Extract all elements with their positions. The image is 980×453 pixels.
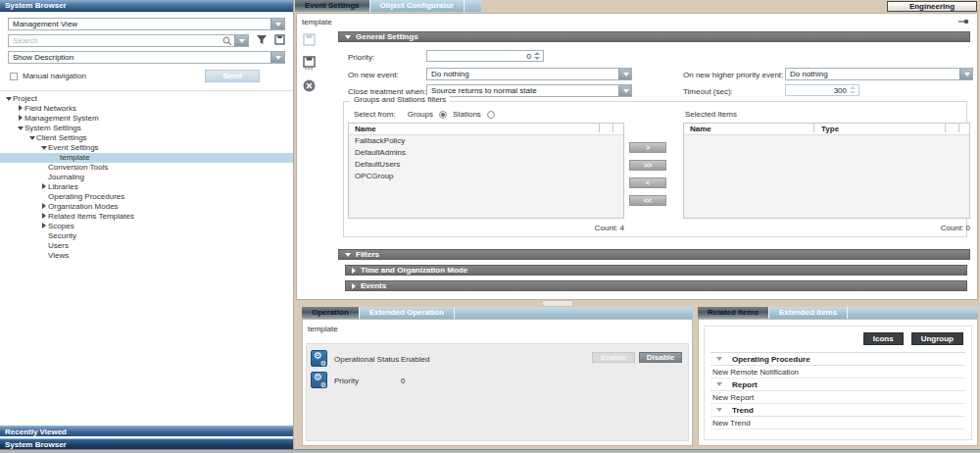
radio-groups[interactable] [439, 111, 447, 119]
column-header-type[interactable]: Type [821, 124, 839, 135]
move-all-right-button[interactable]: >> [629, 160, 666, 171]
selected-items-list[interactable]: Name Type [683, 123, 970, 219]
selected-list-header[interactable]: Name Type [684, 124, 969, 135]
primary-tab-event-settings[interactable]: Event Settings [295, 0, 369, 12]
save-as-icon[interactable] [303, 56, 332, 72]
timeout-input[interactable]: 300 [785, 84, 859, 96]
priority-input[interactable]: 0 [426, 50, 544, 62]
chevron-expanded-icon[interactable] [16, 124, 24, 133]
spinner-icon[interactable] [850, 86, 857, 94]
chevron-collapsed-icon[interactable] [39, 222, 48, 231]
operation-tab-extended-operation[interactable]: Extended Operation [360, 307, 454, 319]
tree-item-related-items-templates[interactable]: Related Items Templates [0, 212, 293, 222]
operation-tab-operation[interactable]: Operation [302, 307, 359, 319]
gears-icon[interactable]: ⚙⚙ [311, 350, 327, 367]
description-dropdown[interactable]: Show Description [8, 51, 285, 64]
on-new-higher-dropdown[interactable]: Do nothing [785, 68, 973, 80]
spinner-icon[interactable] [534, 52, 541, 60]
related-group-trend[interactable]: Trend [710, 404, 965, 417]
related-group-operating-procedure[interactable]: Operating Procedure [710, 353, 965, 366]
related-item-new-remote-notification[interactable]: New Remote Notification [710, 366, 965, 378]
chevron-collapsed-icon[interactable] [39, 212, 48, 222]
chevron-expanded-icon[interactable] [39, 143, 48, 153]
tree-item-operating-procedures[interactable]: Operating Procedures [0, 192, 293, 202]
disable-button[interactable]: Disable [639, 352, 682, 363]
column-separator[interactable] [612, 124, 613, 132]
radio-stations[interactable] [487, 111, 495, 119]
chevron-down-icon[interactable] [959, 69, 972, 79]
chevron-collapsed-icon[interactable] [39, 202, 48, 212]
tree-item-organization-modes[interactable]: Organization Modes [0, 202, 293, 212]
save-icon[interactable] [303, 33, 332, 48]
tree-item-event-settings[interactable]: Event Settings [0, 143, 293, 153]
tree-item-client-settings[interactable]: Client Settings [0, 133, 293, 143]
related-tab-extended-items[interactable]: Extended Items [769, 307, 847, 319]
tree-item-users[interactable]: Users [0, 241, 293, 251]
chevron-collapsed-icon[interactable] [16, 104, 24, 114]
available-groups-list[interactable]: Name FallbackPolicyDefaultAdminsDefaultU… [348, 123, 624, 219]
column-separator[interactable] [945, 124, 946, 132]
primary-tab-object-configurator[interactable]: Object Configurator [370, 0, 465, 12]
chevron-expanded-icon[interactable] [27, 133, 36, 143]
column-header-name[interactable]: Name [690, 124, 711, 135]
search-box[interactable] [8, 34, 249, 47]
ungroup-button[interactable]: Ungroup [911, 332, 963, 345]
related-tab-related-items[interactable]: Related Items [698, 307, 768, 319]
section-header-events[interactable]: Events [345, 280, 967, 291]
manual-navigation-checkbox[interactable] [10, 73, 18, 80]
tree-item-template[interactable]: template [0, 153, 293, 163]
move-right-button[interactable]: > [629, 142, 666, 153]
available-list-header[interactable]: Name [349, 124, 623, 135]
chevron-down-icon[interactable] [270, 52, 284, 63]
filter-icon[interactable] [256, 34, 268, 47]
gears-icon[interactable]: ⚙⚙ [311, 372, 327, 388]
section-header-filters[interactable]: Filters [338, 249, 970, 260]
list-item-defaultadmins[interactable]: DefaultAdmins [349, 147, 623, 159]
send-button[interactable]: Send [205, 70, 260, 82]
discard-icon[interactable] [303, 79, 332, 94]
tree-item-scopes[interactable]: Scopes [0, 222, 293, 231]
list-item-fallbackpolicy[interactable]: FallbackPolicy [349, 135, 623, 147]
splitter-handle[interactable] [542, 300, 573, 307]
tree-item-security[interactable]: Security [0, 231, 293, 241]
on-new-event-dropdown[interactable]: Do nothing [426, 68, 632, 80]
chevron-collapsed-icon[interactable] [16, 114, 24, 124]
chevron-down-icon[interactable] [270, 19, 284, 29]
chevron-down-icon[interactable] [618, 69, 631, 79]
pin-icon[interactable] [958, 18, 969, 27]
section-header-time-and-organization-mode[interactable]: Time and Organization Mode [345, 265, 967, 276]
icons-button[interactable]: Icons [863, 332, 904, 345]
chevron-expanded-icon[interactable] [4, 94, 13, 104]
list-item-opcgroup[interactable]: OPCGroup [349, 171, 623, 182]
move-all-left-button[interactable]: << [629, 195, 666, 206]
tree-item-project[interactable]: Project [0, 94, 293, 104]
general-settings-header[interactable]: General Settings [338, 31, 970, 42]
related-group-report[interactable]: Report [710, 378, 965, 391]
chevron-down-icon[interactable] [618, 85, 631, 96]
system-browser-header[interactable]: System Browser [0, 0, 293, 12]
related-item-new-report[interactable]: New Report [710, 391, 965, 404]
tree-item-libraries[interactable]: Libraries [0, 182, 293, 192]
recently-viewed-bar[interactable]: Recently Viewed [0, 426, 293, 436]
column-separator[interactable] [599, 124, 600, 132]
chevron-collapsed-icon[interactable] [39, 182, 48, 192]
column-separator[interactable] [813, 124, 814, 132]
tree-item-field-networks[interactable]: Field Networks [0, 104, 293, 114]
related-item-new-trend[interactable]: New Trend [710, 417, 965, 429]
tree-item-views[interactable]: Views [0, 251, 293, 261]
system-browser-bar[interactable]: System Browser [0, 438, 293, 449]
tree-item-conversion-tools[interactable]: Conversion Tools [0, 163, 293, 173]
column-separator[interactable] [958, 124, 959, 132]
move-left-button[interactable]: < [629, 177, 666, 188]
engineering-mode-button[interactable]: Engineering [887, 1, 977, 12]
tree-item-journaling[interactable]: Journaling [0, 173, 293, 182]
view-mode-dropdown[interactable]: Management View [8, 18, 285, 30]
save-filter-icon[interactable] [274, 34, 285, 47]
close-treatment-dropdown[interactable]: Source returns to normal state [426, 84, 632, 97]
search-dropdown-icon[interactable] [234, 35, 248, 46]
tree-item-management-system[interactable]: Management System [0, 114, 293, 124]
column-header-name[interactable]: Name [355, 124, 376, 135]
list-item-defaultusers[interactable]: DefaultUsers [349, 159, 623, 171]
tree-item-system-settings[interactable]: System Settings [0, 124, 293, 133]
search-input[interactable] [9, 35, 226, 46]
